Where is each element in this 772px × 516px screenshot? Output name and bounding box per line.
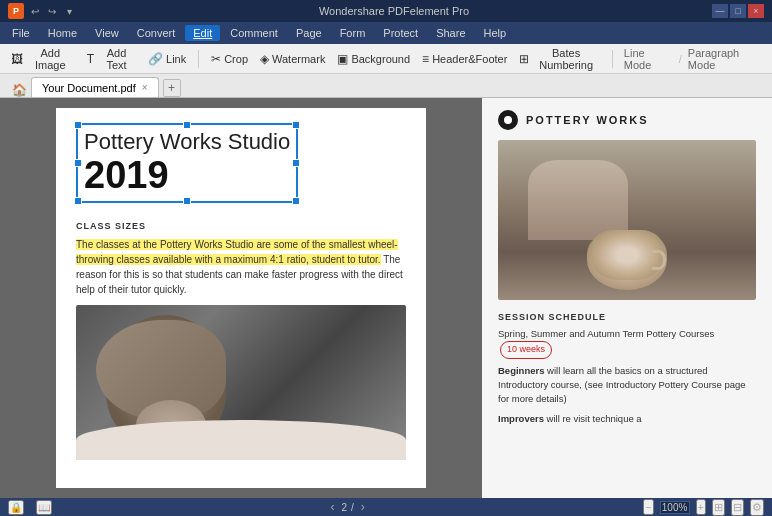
add-text-label: Add Text (97, 47, 136, 71)
menu-protect[interactable]: Protect (375, 25, 426, 41)
zoom-out-button[interactable]: − (643, 499, 653, 515)
background-button[interactable]: ▣ Background (332, 48, 415, 70)
handle-top-center[interactable] (183, 121, 191, 129)
add-image-button[interactable]: 🖼 Add Image (6, 48, 80, 70)
next-page-button[interactable]: › (358, 500, 368, 514)
menu-home[interactable]: Home (40, 25, 85, 41)
right-panel: POTTERY WORKS SESSION SCHEDULE Spring, S… (482, 98, 772, 498)
pottery-wheel (136, 400, 206, 450)
undo-button[interactable]: ↩ (28, 4, 42, 18)
page-content: Pottery Works Studio 2019 CLASS SIZES Th… (56, 108, 426, 488)
link-icon: 🔗 (148, 52, 163, 66)
watermark-icon: ◈ (260, 52, 269, 66)
beginners-label: Beginners (498, 365, 544, 376)
highlighted-text: The classes at the Pottery Works Studio … (76, 239, 398, 265)
session-schedule-heading: SESSION SCHEDULE (498, 312, 756, 322)
menu-view[interactable]: View (87, 25, 127, 41)
handle-bottom-center[interactable] (183, 197, 191, 205)
tab-document[interactable]: Your Document.pdf × (31, 77, 159, 97)
book-button[interactable]: 📖 (36, 500, 52, 515)
status-right: − + ⊞ ⊟ ⚙ (643, 499, 764, 516)
settings-button[interactable]: ⚙ (750, 499, 764, 516)
menu-form[interactable]: Form (332, 25, 374, 41)
tab-label: Your Document.pdf (42, 82, 136, 94)
tab-add-button[interactable]: + (163, 79, 181, 97)
status-bar: 🔒 📖 ‹ 2 / › − + ⊞ ⊟ ⚙ (0, 498, 772, 516)
handle-middle-left[interactable] (74, 159, 82, 167)
class-sizes-content: The classes at the Pottery Works Studio … (76, 237, 406, 297)
add-text-button[interactable]: T Add Text (82, 48, 141, 70)
home-icon[interactable]: 🏠 (8, 83, 31, 97)
menu-edit[interactable]: Edit (185, 25, 220, 41)
toolbar-divider-2 (612, 50, 613, 68)
add-image-icon: 🖼 (11, 52, 23, 66)
content-area: Pottery Works Studio 2019 CLASS SIZES Th… (0, 98, 772, 498)
tool-group-2: ✂ Crop ◈ Watermark ▣ Background ≡ Header… (206, 48, 605, 70)
maximize-button[interactable]: □ (730, 4, 746, 18)
mode-group: Line Mode / Paragraph Mode (624, 47, 766, 71)
improvers-text: Improvers will re visit technique a (498, 412, 756, 426)
person-torso (528, 160, 628, 240)
link-button[interactable]: 🔗 Link (143, 48, 191, 70)
session-text-line1: Spring, Summer and Autumn Term Pottery C… (498, 327, 756, 359)
quick-access-dropdown[interactable]: ▾ (62, 4, 76, 18)
bates-numbering-button[interactable]: ⊞ Bates Numbering (514, 48, 605, 70)
title-bar-left: P ↩ ↪ ▾ (8, 3, 76, 19)
tab-bar: 🏠 Your Document.pdf × + (0, 74, 772, 98)
watermark-button[interactable]: ◈ Watermark (255, 48, 330, 70)
zoom-input[interactable] (660, 501, 690, 514)
quick-access-toolbar: ↩ ↪ ▾ (28, 4, 76, 18)
toolbar-divider-1 (198, 50, 199, 68)
prev-page-button[interactable]: ‹ (327, 500, 337, 514)
bates-icon: ⊞ (519, 52, 529, 66)
improvers-description: will re visit technique a (547, 413, 642, 424)
redo-button[interactable]: ↪ (45, 4, 59, 18)
tab-close-icon[interactable]: × (142, 82, 148, 93)
page-current: 2 (341, 502, 347, 513)
pottery-header: POTTERY WORKS (498, 110, 756, 130)
class-sizes-section: CLASS SIZES The classes at the Pottery W… (76, 221, 406, 297)
weeks-badge: 10 weeks (500, 341, 552, 359)
minimize-button[interactable]: — (712, 4, 728, 18)
window-controls: — □ × (712, 4, 764, 18)
pottery-logo-icon (498, 110, 518, 130)
improvers-label: Improvers (498, 413, 544, 424)
menu-convert[interactable]: Convert (129, 25, 184, 41)
pottery-brand: POTTERY WORKS (526, 114, 649, 126)
bates-label: Bates Numbering (532, 47, 600, 71)
handle-top-left[interactable] (74, 121, 82, 129)
menu-comment[interactable]: Comment (222, 25, 286, 41)
menu-page[interactable]: Page (288, 25, 330, 41)
text-box-selected[interactable]: Pottery Works Studio 2019 (76, 123, 298, 203)
pottery-year: 2019 (84, 155, 290, 197)
menu-share[interactable]: Share (428, 25, 473, 41)
handle-middle-right[interactable] (292, 159, 300, 167)
fit-page-button[interactable]: ⊞ (712, 499, 725, 516)
crop-button[interactable]: ✂ Crop (206, 48, 253, 70)
beginners-text: Beginners will learn all the basics on a… (498, 364, 756, 407)
fit-width-button[interactable]: ⊟ (731, 499, 744, 516)
line-mode-label[interactable]: Line Mode (624, 47, 673, 71)
lock-button[interactable]: 🔒 (8, 500, 24, 515)
close-button[interactable]: × (748, 4, 764, 18)
paragraph-mode-label[interactable]: Paragraph Mode (688, 47, 766, 71)
app-title: Wondershare PDFelement Pro (76, 5, 712, 17)
menu-file[interactable]: File (4, 25, 38, 41)
page-navigation: ‹ 2 / › (327, 500, 367, 514)
header-footer-label: Header&Footer (432, 53, 507, 65)
pottery-image-right (498, 140, 756, 300)
pottery-image-left (76, 305, 406, 460)
menu-bar: File Home View Convert Edit Comment Page… (0, 22, 772, 44)
link-label: Link (166, 53, 186, 65)
zoom-in-button[interactable]: + (696, 499, 706, 515)
app-icon: P (8, 3, 24, 19)
watermark-label: Watermark (272, 53, 325, 65)
handle-bottom-right[interactable] (292, 197, 300, 205)
handle-bottom-left[interactable] (74, 197, 82, 205)
background-icon: ▣ (337, 52, 348, 66)
menu-help[interactable]: Help (476, 25, 515, 41)
page-separator: / (351, 502, 354, 513)
handle-top-right[interactable] (292, 121, 300, 129)
header-footer-button[interactable]: ≡ Header&Footer (417, 48, 512, 70)
add-text-icon: T (87, 52, 94, 66)
